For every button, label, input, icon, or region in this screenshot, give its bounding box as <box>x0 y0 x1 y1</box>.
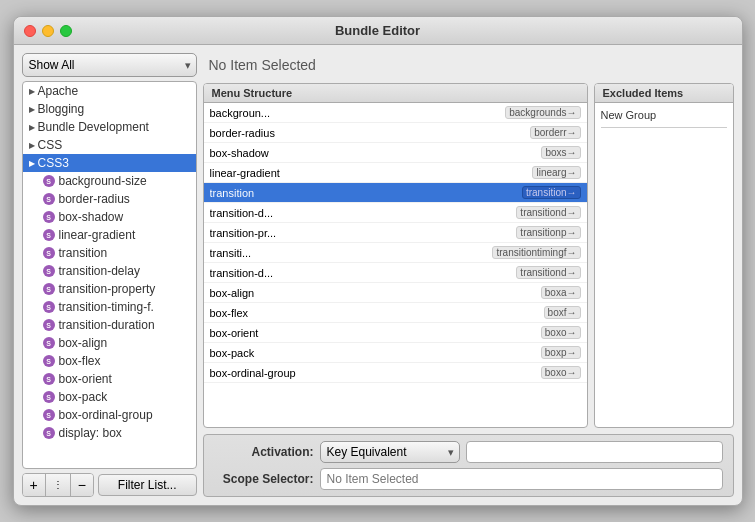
snippet-icon <box>43 247 55 259</box>
tree-item-label: Blogging <box>38 102 85 116</box>
menu-structure-header: Menu Structure <box>204 84 587 103</box>
tree-item-box-flex[interactable]: box-flex <box>23 352 196 370</box>
menu-row-badge: transitiond→ <box>516 206 580 219</box>
arrow-icon: ▶ <box>29 123 35 132</box>
tree-item-box-align[interactable]: box-align <box>23 334 196 352</box>
menu-row[interactable]: box-ordinal-groupboxo→ <box>204 363 587 383</box>
excluded-items-panel: Excluded Items New Group <box>594 83 734 428</box>
menu-row[interactable]: transition-pr...transitionp→ <box>204 223 587 243</box>
menu-row[interactable]: border-radiusborderr→ <box>204 123 587 143</box>
menu-row-label: box-shadow <box>210 147 538 159</box>
menu-row-badge: linearg→ <box>532 166 580 179</box>
menu-row[interactable]: transitiontransition→ <box>204 183 587 203</box>
key-equivalent-input[interactable] <box>466 441 723 463</box>
tree-item-bundle-dev[interactable]: ▶ Bundle Development <box>23 118 196 136</box>
menu-items-list[interactable]: backgroun...backgrounds→border-radiusbor… <box>204 103 587 427</box>
minimize-button[interactable] <box>42 25 54 37</box>
content-area: Show All ▶ Apache▶ Blogging▶ Bundle Deve… <box>14 45 742 505</box>
menu-row[interactable]: backgroun...backgrounds→ <box>204 103 587 123</box>
tree-item-label: box-orient <box>59 372 112 386</box>
traffic-lights <box>24 25 72 37</box>
add-button[interactable]: + <box>23 474 46 496</box>
snippet-icon <box>43 319 55 331</box>
menu-row-badge: transitiond→ <box>516 266 580 279</box>
tree-item-linear-gradient[interactable]: linear-gradient <box>23 226 196 244</box>
menu-row[interactable]: transition-d...transitiond→ <box>204 263 587 283</box>
snippet-icon <box>43 301 55 313</box>
tree-item-transition-duration[interactable]: transition-duration <box>23 316 196 334</box>
tree-item-bg-size[interactable]: background-size <box>23 172 196 190</box>
snippet-icon <box>43 211 55 223</box>
close-button[interactable] <box>24 25 36 37</box>
menu-row-badge: transitionp→ <box>516 226 580 239</box>
snippet-icon <box>43 193 55 205</box>
tree-item-css[interactable]: ▶ CSS <box>23 136 196 154</box>
maximize-button[interactable] <box>60 25 72 37</box>
menu-row-label: backgroun... <box>210 107 502 119</box>
tree-item-transition-delay[interactable]: transition-delay <box>23 262 196 280</box>
bottom-form: Activation: Key EquivalentTab TriggerNon… <box>203 434 734 497</box>
menu-row-badge: backgrounds→ <box>505 106 580 119</box>
menu-row[interactable]: transition-d...transitiond→ <box>204 203 587 223</box>
menu-row-label: box-flex <box>210 307 540 319</box>
tree-item-label: Bundle Development <box>38 120 149 134</box>
menu-row[interactable]: linear-gradientlinearg→ <box>204 163 587 183</box>
tree-list[interactable]: ▶ Apache▶ Blogging▶ Bundle Development▶ … <box>22 81 197 469</box>
menu-row[interactable]: box-orientboxo→ <box>204 323 587 343</box>
snippet-icon <box>43 409 55 421</box>
window-title: Bundle Editor <box>335 23 420 38</box>
excluded-item[interactable]: New Group <box>601 107 727 123</box>
menu-row-label: border-radius <box>210 127 527 139</box>
menu-structure-panel: Menu Structure backgroun...backgrounds→b… <box>203 83 588 428</box>
tree-item-box-pack[interactable]: box-pack <box>23 388 196 406</box>
show-all-wrapper[interactable]: Show All <box>22 53 197 77</box>
menu-row-label: box-ordinal-group <box>210 367 537 379</box>
tree-item-apache[interactable]: ▶ Apache <box>23 82 196 100</box>
arrow-icon: ▶ <box>29 159 35 168</box>
tree-item-label: box-ordinal-group <box>59 408 153 422</box>
tree-item-label: background-size <box>59 174 147 188</box>
tree-item-label: Apache <box>38 84 79 98</box>
excluded-separator <box>601 127 727 128</box>
activation-select-wrapper[interactable]: Key EquivalentTab TriggerNone <box>320 441 460 463</box>
tree-item-label: CSS3 <box>38 156 69 170</box>
main-area: No Item Selected Menu Structure backgrou… <box>203 53 734 497</box>
filter-list-button[interactable]: Filter List... <box>98 474 197 496</box>
menu-row-label: transition <box>210 187 518 199</box>
menu-row-badge: boxs→ <box>541 146 580 159</box>
bundle-editor-window: Bundle Editor Show All ▶ Apache▶ Bloggin… <box>13 16 743 506</box>
tree-item-blogging[interactable]: ▶ Blogging <box>23 100 196 118</box>
tree-item-css3[interactable]: ▶ CSS3 <box>23 154 196 172</box>
tree-item-label: box-pack <box>59 390 108 404</box>
scope-selector-input[interactable] <box>320 468 723 490</box>
snippet-icon <box>43 391 55 403</box>
tree-item-transition-property[interactable]: transition-property <box>23 280 196 298</box>
tree-item-display-box[interactable]: display: box <box>23 424 196 442</box>
menu-row[interactable]: box-packboxp→ <box>204 343 587 363</box>
tree-item-box-orient[interactable]: box-orient <box>23 370 196 388</box>
menu-row[interactable]: box-alignboxa→ <box>204 283 587 303</box>
remove-button[interactable]: − <box>71 474 93 496</box>
menu-row-badge: transitiontimingf→ <box>492 246 580 259</box>
show-all-select[interactable]: Show All <box>22 53 197 77</box>
sidebar: Show All ▶ Apache▶ Blogging▶ Bundle Deve… <box>22 53 197 497</box>
arrow-icon: ▶ <box>29 87 35 96</box>
add-sub-button[interactable]: ⋮ <box>46 474 71 496</box>
tree-item-border-radius[interactable]: border-radius <box>23 190 196 208</box>
menu-row[interactable]: box-shadowboxs→ <box>204 143 587 163</box>
menu-row-label: box-orient <box>210 327 537 339</box>
menu-row[interactable]: transiti...transitiontimingf→ <box>204 243 587 263</box>
tree-item-box-ordinal-group[interactable]: box-ordinal-group <box>23 406 196 424</box>
tree-item-label: box-flex <box>59 354 101 368</box>
menu-row-badge: transition→ <box>522 186 581 199</box>
menu-row[interactable]: box-flexboxf→ <box>204 303 587 323</box>
scope-label: Scope Selector: <box>214 472 314 486</box>
tree-item-transition-timing-f[interactable]: transition-timing-f. <box>23 298 196 316</box>
activation-select[interactable]: Key EquivalentTab TriggerNone <box>320 441 460 463</box>
tree-item-transition[interactable]: transition <box>23 244 196 262</box>
snippet-icon <box>43 175 55 187</box>
excluded-items-content[interactable]: New Group <box>595 103 733 427</box>
snippet-icon <box>43 229 55 241</box>
menu-area: Menu Structure backgroun...backgrounds→b… <box>203 83 734 428</box>
tree-item-box-shadow[interactable]: box-shadow <box>23 208 196 226</box>
